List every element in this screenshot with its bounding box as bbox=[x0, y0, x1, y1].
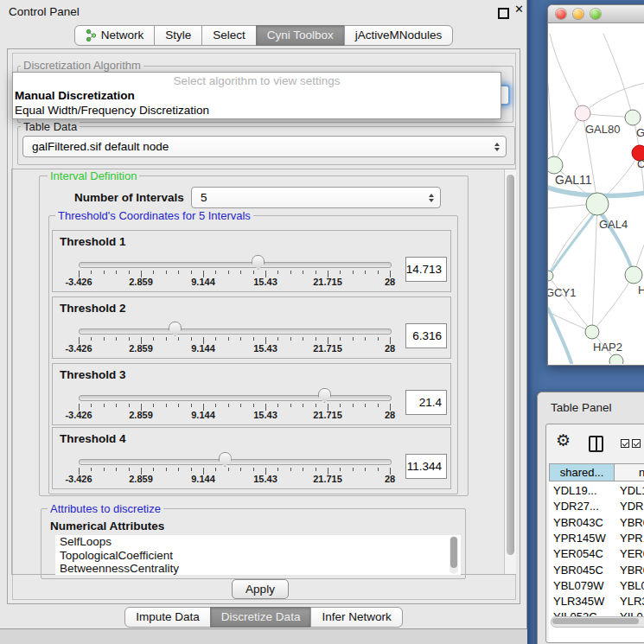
control-panel-title: Control Panel bbox=[9, 5, 80, 18]
attributes-group-title: Attributes to discretize bbox=[48, 502, 163, 515]
column-header-name[interactable]: n bbox=[615, 464, 644, 481]
attribute-list-item[interactable]: SelfLoops bbox=[55, 535, 461, 549]
scale-label: 2.859 bbox=[129, 410, 153, 420]
combobox-stepper-icon bbox=[494, 143, 500, 151]
network-node-pink[interactable] bbox=[575, 105, 590, 121]
scale-label: 28 bbox=[385, 277, 395, 287]
close-icon[interactable]: ✕ bbox=[514, 3, 524, 16]
tab-discretize-data[interactable]: Discretize Data bbox=[210, 607, 312, 628]
list-scrollbar-thumb[interactable] bbox=[450, 537, 457, 568]
table-data-combobox[interactable]: galFiltered.sif default node bbox=[22, 136, 507, 157]
split-columns-icon[interactable] bbox=[589, 436, 603, 452]
tab-network[interactable]: Network bbox=[74, 25, 156, 46]
attribute-list-item[interactable]: TopologicalCoefficient bbox=[55, 549, 461, 563]
minimize-traffic-light-icon[interactable] bbox=[573, 9, 583, 19]
network-node-label: GCY1 bbox=[548, 286, 576, 299]
network-edge bbox=[603, 34, 633, 118]
scale-label: 15.43 bbox=[253, 343, 277, 354]
dropdown-option-manual-discretization[interactable]: Manual Discretization bbox=[15, 89, 135, 102]
tab-label: Select bbox=[213, 29, 245, 41]
threshold-value-field[interactable]: 11.344 bbox=[405, 454, 447, 479]
table-row[interactable]: YER054CYER0 bbox=[549, 546, 644, 562]
tab-impute-data[interactable]: Impute Data bbox=[124, 607, 211, 628]
tab-label: Network bbox=[101, 29, 144, 41]
threshold-value-field[interactable]: 21.4 bbox=[405, 390, 447, 415]
zoom-traffic-light-icon[interactable] bbox=[590, 9, 601, 19]
control-panel-window: Control Panel ✕ NetworkStyleSelectCyni T… bbox=[0, 0, 527, 629]
apply-button[interactable]: Apply bbox=[232, 579, 289, 599]
table-row[interactable]: YBR043CYBR0 bbox=[549, 515, 644, 531]
slider-track[interactable] bbox=[79, 395, 392, 401]
tab-select[interactable]: Select bbox=[201, 25, 257, 46]
threshold-1-panel: Threshold 1-3.4262.8599.14415.4321.71528… bbox=[52, 230, 451, 292]
cell-shared-name: YER054C bbox=[553, 547, 614, 560]
dropdown-option-equal-width-frequency[interactable]: Equal Width/Frequency Discretization bbox=[15, 104, 209, 117]
network-node-label: GA bbox=[636, 126, 644, 139]
network-window-titlebar[interactable] bbox=[548, 5, 644, 23]
node-table: shared... n YDL19...YDL1YDR27...YDR2YBR0… bbox=[549, 463, 644, 642]
table-row[interactable]: YPR145WYPR1 bbox=[549, 531, 644, 546]
network-node-label: HAP2 bbox=[593, 341, 622, 354]
gear-icon[interactable]: ⚙ bbox=[556, 432, 571, 449]
numerical-attributes-list[interactable]: SelfLoopsTopologicalCoefficientBetweenne… bbox=[55, 535, 461, 575]
checkbox-checked-icon[interactable] bbox=[632, 439, 641, 448]
network-canvas[interactable]: GAL80GACGAL11GAL4GCY1HHAP2 bbox=[548, 23, 644, 364]
threshold-label: Threshold 1 bbox=[60, 235, 126, 248]
network-node-label: H bbox=[638, 284, 644, 296]
discretization-algorithm-group-title: Discretization Algorithm bbox=[21, 59, 143, 72]
network-node-green[interactable] bbox=[548, 156, 563, 174]
cell-name: YLR3 bbox=[620, 595, 644, 608]
list-scrollbar[interactable] bbox=[450, 536, 458, 574]
tab-infer-network[interactable]: Infer Network bbox=[310, 607, 402, 628]
cell-shared-name: YBR045C bbox=[553, 564, 614, 577]
network-node-label: GAL80 bbox=[585, 123, 620, 136]
tab-style[interactable]: Style bbox=[154, 25, 202, 46]
scale-label: 2.859 bbox=[129, 474, 153, 484]
slider-track[interactable] bbox=[79, 262, 392, 268]
float-window-icon[interactable] bbox=[498, 8, 509, 19]
table-row[interactable]: YDR27...YDR2 bbox=[549, 499, 644, 514]
table-panel-content: ⚙ shared... n YDL19...YDL1YDR27...YDR2YB… bbox=[545, 424, 644, 643]
threshold-value-field[interactable]: 14.713 bbox=[405, 257, 447, 282]
tab-cyni-toolbox[interactable]: Cyni Toolbox bbox=[256, 25, 345, 46]
network-edge bbox=[548, 309, 571, 363]
network-node-green[interactable] bbox=[585, 325, 599, 339]
tab-jactivemnodules[interactable]: jActiveMNodules bbox=[344, 25, 454, 46]
number-of-intervals-combobox[interactable]: 5 bbox=[191, 187, 441, 208]
cell-name: YDL1 bbox=[620, 484, 644, 497]
network-edge bbox=[548, 84, 554, 165]
vertical-scrollbar-thumb[interactable] bbox=[507, 175, 514, 555]
network-icon bbox=[86, 29, 97, 41]
scale-label: 15.43 bbox=[253, 277, 277, 287]
cell-name: YPR1 bbox=[620, 532, 644, 545]
network-node-green[interactable] bbox=[625, 110, 641, 125]
slider-track[interactable] bbox=[79, 328, 392, 335]
cell-name: YBL0 bbox=[620, 579, 644, 592]
network-graph: GAL80GACGAL11GAL4GCY1HHAP2 bbox=[548, 23, 644, 364]
network-node-green[interactable] bbox=[609, 354, 623, 364]
table-row[interactable]: YDL19...YDL1 bbox=[549, 483, 644, 499]
table-row[interactable]: YLR345WYLR3 bbox=[549, 594, 644, 609]
table-row[interactable]: YBL079WYBL0 bbox=[549, 578, 644, 594]
horizontal-scrollbar-thumb[interactable] bbox=[552, 618, 639, 624]
dropdown-hint-item: Select algorithm to view settings bbox=[13, 74, 501, 87]
close-traffic-light-icon[interactable] bbox=[556, 9, 566, 19]
slider-track[interactable] bbox=[79, 459, 392, 465]
scale-label: 15.43 bbox=[253, 410, 277, 420]
scale-label: 9.144 bbox=[191, 277, 215, 287]
checkbox-checked-icon[interactable] bbox=[621, 439, 629, 448]
table-row[interactable]: YBR045CYBR0 bbox=[549, 563, 644, 578]
column-header-shared[interactable]: shared... bbox=[550, 464, 615, 481]
network-node-green[interactable] bbox=[586, 193, 609, 215]
threshold-value-field[interactable]: 6.316 bbox=[405, 323, 447, 348]
network-edge bbox=[592, 275, 634, 332]
threshold-2-panel: Threshold 2-3.4262.8599.14415.4321.71528… bbox=[52, 296, 451, 359]
control-panel-tabbar: NetworkStyleSelectCyni ToolboxjActiveMNo… bbox=[0, 25, 527, 46]
cell-name: YBR0 bbox=[620, 564, 644, 577]
attribute-list-item[interactable]: BetweennessCentrality bbox=[55, 562, 461, 575]
cell-name: YBR0 bbox=[620, 516, 644, 529]
network-edge bbox=[550, 214, 594, 274]
vertical-scrollbar[interactable] bbox=[504, 169, 516, 574]
network-node-green[interactable] bbox=[625, 266, 642, 284]
horizontal-scrollbar[interactable] bbox=[551, 616, 644, 628]
